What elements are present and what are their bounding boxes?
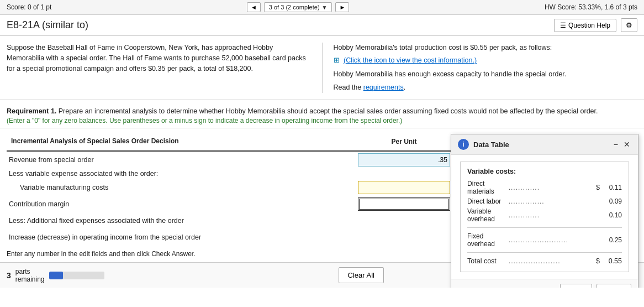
title-bar: E8-21A (similar to) ☰ Question Help ⚙ [0,15,644,36]
score-label: Score: 0 of 1 pt [7,3,51,11]
print-button[interactable]: Print [560,284,593,288]
data-row-direct-materials: Direct materials ............. $ 0.11 [467,179,622,196]
col1-header: Incremental Analysis of Special Sales Or… [7,133,353,151]
requirement-body: Prepare an incremental analysis to deter… [56,107,598,115]
status-text: 3 of 3 (2 complete) [269,4,320,11]
input-revenue-per-unit[interactable] [358,153,450,166]
clear-all-button[interactable]: Clear All [339,267,384,283]
label-var-overhead: Variable overhead [467,207,509,223]
modal-minimize-button[interactable]: − [613,141,619,148]
requirement-area: Requirement 1. Prepare an incremental an… [0,100,644,128]
value-var-overhead: 0.10 [600,211,622,219]
row-label-var-mfg: Variable manufacturing costs [7,179,353,196]
cell-contrib-per-unit [353,196,455,212]
cost-info-link[interactable]: (Click the icon to view the cost informa… [344,56,477,64]
cell-fixed-per-unit [353,212,455,229]
cell-empty1 [353,168,455,179]
modal-title: i Data Table [458,139,509,150]
cell-increase-per-unit [353,229,455,246]
row-label-increase: Increase (decrease) in operating income … [7,229,353,246]
value-total: 0.55 [600,257,622,265]
requirement-note: (Enter a "0" for any zero balances. Use … [7,117,637,124]
label-direct-materials: Direct materials [467,180,509,195]
dots-fixed-overhead: ......................... [509,236,591,244]
question-help-label: Question Help [568,22,610,29]
problem-left-text: Suppose the Baseball Hall of Fame in Coo… [7,44,306,72]
row-label-contrib: Contribution margin [7,196,353,212]
dots-var-overhead: ............. [509,211,591,219]
right-line3-end: . [404,84,405,91]
requirements-link[interactable]: requirements [363,84,404,91]
modal-title-text: Data Table [473,141,509,149]
data-row-fixed-overhead: Fixed overhead .........................… [467,231,622,249]
parts-number: 3 [7,271,11,280]
value-direct-labor: 0.09 [600,197,622,205]
problem-left-col: Suppose the Baseball Hall of Fame in Coo… [7,43,311,93]
right-line3-prefix: Read the [334,84,363,91]
hw-score-section: HW Score: 53.33%, 1.6 of 3 pts [545,3,637,11]
right-line1: Hobby Memorabilia's total production cos… [334,43,638,53]
cell-var-mfg-per-unit [353,179,455,196]
currency-total: $ [591,257,600,265]
score-section: Score: 0 of 1 pt [7,3,51,11]
label-total: Total cost [467,257,509,265]
data-table-modal: i Data Table − ✕ Variable costs: Direct … [451,134,638,288]
done-button[interactable]: Done [597,284,631,288]
data-row-var-overhead: Variable overhead ............. 0.10 [467,206,622,224]
parts-label-text: parts [15,268,45,275]
table-icon: ⊞ [334,56,340,64]
data-total-divider [467,252,622,253]
requirement-text: Requirement 1. Prepare an incremental an… [7,106,637,117]
row-label-fixed: Less: Additional fixed expenses associat… [7,212,353,229]
requirement-label: Requirement 1. [7,107,56,115]
settings-button[interactable]: ⚙ [621,18,637,32]
title-actions: ☰ Question Help ⚙ [554,18,637,32]
dots-direct-materials: ............. [509,184,591,191]
label-direct-labor: Direct labor [467,197,509,205]
modal-header: i Data Table − ✕ [451,134,638,155]
right-line2: Hobby Memorabilia has enough excess capa… [334,69,638,80]
label-fixed-overhead: Fixed overhead [467,232,509,248]
hw-score-label: HW Score: 53.33%, 1.6 of 3 pts [545,3,637,11]
modal-controls: − ✕ [613,141,631,148]
cell-revenue-per-unit [353,151,455,168]
data-section-title: Variable costs: [467,168,622,175]
problem-text-area: Suppose the Baseball Hall of Fame in Coo… [0,36,644,100]
value-direct-materials: 0.11 [600,184,622,191]
nav-next-button[interactable]: ► [335,2,349,12]
page-title: E8-21A (similar to) [7,19,88,31]
list-icon: ☰ [560,22,566,29]
modal-close-button[interactable]: ✕ [622,141,631,148]
row-label-less-var: Less variable expense associated with th… [7,168,353,179]
parts-info: 3 parts remaining [7,268,104,283]
modal-footer: Print Done [451,279,638,288]
nav-center: ◄ 3 of 3 (2 complete) ▼ ► [247,2,349,12]
dropdown-arrow-icon: ▼ [322,4,328,11]
question-help-button[interactable]: ☰ Question Help [554,19,616,32]
data-divider [467,227,622,228]
data-table-inner: Variable costs: Direct materials .......… [460,162,629,272]
info-icon-label: i [462,141,464,148]
data-row-total: Total cost ..................... $ 0.55 [467,256,622,266]
dots-total: ..................... [509,257,591,265]
problem-right-col: Hobby Memorabilia's total production cos… [322,43,638,93]
data-row-direct-labor: Direct labor ............... 0.09 [467,196,622,206]
col2-header: Per Unit [353,133,455,151]
nav-prev-button[interactable]: ◄ [247,2,261,12]
two-column-layout: Suppose the Baseball Hall of Fame in Coo… [7,43,637,93]
info-icon: i [458,139,469,150]
main-table-area: Incremental Analysis of Special Sales Or… [0,128,644,262]
progress-bar-fill [49,272,63,279]
modal-body: Variable costs: Direct materials .......… [451,155,638,279]
remaining-label: remaining [15,275,45,283]
dots-direct-labor: ............... [509,197,591,205]
value-fixed-overhead: 0.25 [600,236,622,244]
row-label-revenue: Revenue from special order [7,151,353,168]
input-var-mfg-per-unit[interactable] [358,181,450,194]
input-contrib-per-unit[interactable] [358,197,450,211]
currency-direct-materials: $ [591,184,600,191]
status-badge: 3 of 3 (2 complete) ▼ [264,2,332,12]
top-bar: Score: 0 of 1 pt ◄ 3 of 3 (2 complete) ▼… [0,0,644,15]
progress-bar-container [49,272,104,279]
